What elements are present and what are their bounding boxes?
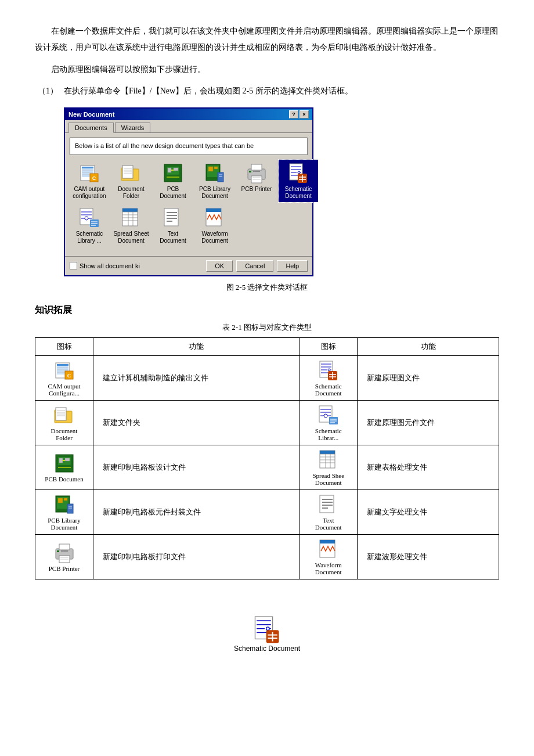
dialog-title: New Document (68, 111, 114, 118)
dialog-buttons: OK Cancel Help (206, 260, 308, 272)
icon-spreadsheet-document[interactable]: Spread SheetDocument (111, 204, 151, 247)
icon-cell-spreadsheet: Spread SheeDocument (300, 445, 358, 489)
cancel-button[interactable]: Cancel (236, 260, 273, 272)
icon-text-document[interactable]: TextDocument (153, 204, 193, 247)
icon-pcb-printer[interactable]: PCB Printer (237, 160, 276, 202)
desc-cell-pcbprinter: 新建印制电路板打印文件 (93, 534, 300, 579)
show-all-label: Show all document ki (80, 262, 140, 269)
icon-cell-pcbprinter: PCB Printer (35, 534, 93, 579)
icon-cell-schematiclib: SchematicLibrar... (300, 400, 358, 445)
step-num-1: （1） (35, 84, 64, 98)
table-row: PCB Printer 新建印制电路板打印文件 WaveformDocument… (35, 534, 499, 579)
show-all-checkbox[interactable] (70, 262, 77, 269)
dialog-tabs: Documents Wizards (65, 120, 312, 133)
show-all-checkbox-row: Show all document ki (70, 262, 206, 269)
ok-button[interactable]: OK (206, 260, 233, 272)
desc-cell-schematiclib: 新建原理图元件文件 (358, 400, 499, 445)
help-button[interactable]: Help (277, 260, 308, 272)
icon-schematic-document[interactable]: SchematicDocument (279, 160, 318, 202)
knowledge-title: 知识拓展 (35, 304, 499, 316)
icon-cell-folder: DocumentFolder (35, 400, 93, 445)
knowledge-section: 知识拓展 表 2-1 图标与对应文件类型 图标 功能 图标 功能 CAM out… (35, 304, 499, 579)
step-1: （1） 在执行菜单命令【File】/【New】后，会出现如图 2-5 所示的选择… (35, 84, 499, 98)
dialog-body: Below is a list of all the new design do… (65, 133, 312, 255)
icon-cell-waveform: WaveformDocument (300, 534, 358, 579)
desc-cell-spreadsheet: 新建表格处理文件 (358, 445, 499, 489)
icon-schematic-library[interactable]: SchematicLibrary ... (70, 204, 109, 247)
fig-caption: 图 2-5 选择文件类对话框 (35, 282, 499, 293)
new-document-dialog: New Document ? × Documents Wizards Below… (64, 107, 313, 276)
table-row: DocumentFolder 新建文件夹 SchematicLibrar... … (35, 400, 499, 445)
paragraph-1: 在创建一个数据库文件后，我们就可以在该文件夹中创建原理图文件并启动原理图编辑器。… (35, 23, 499, 56)
close-btn[interactable]: × (300, 110, 309, 118)
desc-cell-pcblib: 新建印制电路板元件封装文件 (93, 489, 300, 534)
desc-cell-waveform: 新建波形处理文件 (358, 534, 499, 579)
icon-pcb-document[interactable]: PCB Document (153, 160, 193, 202)
desc-cell-text: 新建文字处理文件 (358, 489, 499, 534)
icon-cell-text: TextDocument (300, 489, 358, 534)
step-intro: 启动原理图编辑器可以按照如下步骤进行。 (35, 62, 499, 78)
table-caption: 表 2-1 图标与对应文件类型 (35, 322, 499, 333)
step-content-1: 在执行菜单命令【File】/【New】后，会出现如图 2-5 所示的选择文件类对… (64, 84, 499, 98)
table-row: PCB LibraryDocument 新建印制电路板元件封装文件 TextDo… (35, 489, 499, 534)
desc-cell-cam: 建立计算机辅助制造的输出文件 (93, 355, 300, 400)
titlebar-buttons: ? × (289, 110, 309, 118)
th-icon1: 图标 (35, 337, 93, 355)
knowledge-table: 图标 功能 图标 功能 CAM outputConfigura... 建立计算机… (35, 337, 499, 579)
table-row: PCB Documen 新建印制电路板设计文件 Spread SheeDocum… (35, 445, 499, 489)
icon-cell-pcblib: PCB LibraryDocument (35, 489, 93, 534)
icon-waveform-document[interactable]: WaveformDocument (195, 204, 234, 247)
desc-cell-folder: 新建文件夹 (93, 400, 300, 445)
dialog-wrapper: New Document ? × Documents Wizards Below… (64, 107, 499, 276)
bottom-schematic-icon (252, 614, 282, 645)
help-btn[interactable]: ? (289, 110, 298, 118)
desc-cell-pcb: 新建印制电路板设计文件 (93, 445, 300, 489)
dialog-icons-grid: CAM outputconfiguration DocumentFolder P… (70, 160, 308, 247)
tab-documents[interactable]: Documents (68, 123, 114, 133)
dialog-info-box: Below is a list of all the new design do… (70, 138, 308, 154)
th-func1: 功能 (93, 337, 300, 355)
icon-cam-output[interactable]: CAM outputconfiguration (70, 160, 109, 202)
dialog-titlebar: New Document ? × (65, 109, 312, 120)
icon-document-folder[interactable]: DocumentFolder (111, 160, 151, 202)
th-func2: 功能 (358, 337, 499, 355)
icon-pcb-library[interactable]: PCB LibraryDocument (195, 160, 234, 202)
icon-cell-cam: CAM outputConfigura... (35, 355, 93, 400)
bottom-icon-label: Schematic Document (234, 645, 300, 653)
desc-cell-schematic: 新建原理图文件 (358, 355, 499, 400)
table-row: CAM outputConfigura... 建立计算机辅助制造的输出文件 Sc… (35, 355, 499, 400)
icon-cell-schematic: SchematicDocument (300, 355, 358, 400)
icon-cell-pcb: PCB Documen (35, 445, 93, 489)
dialog-footer: Show all document ki OK Cancel Help (65, 256, 312, 275)
tab-wizards[interactable]: Wizards (115, 123, 151, 132)
th-icon2: 图标 (300, 337, 358, 355)
bottom-image: Schematic Document (35, 614, 499, 653)
